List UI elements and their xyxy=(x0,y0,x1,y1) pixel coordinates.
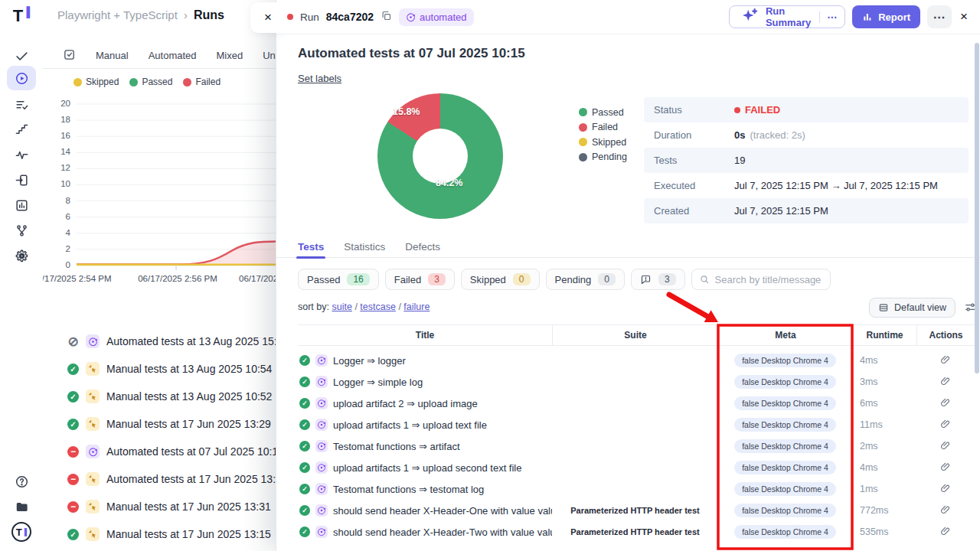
sort-by-testcase[interactable]: testcase xyxy=(360,302,396,312)
table-row[interactable]: should send header X-Header-Two with val… xyxy=(298,521,975,543)
sidebar-item-settings[interactable] xyxy=(0,243,43,269)
test-title[interactable]: upload artifacts 1 ⇒ upload second text … xyxy=(333,462,522,474)
test-title[interactable]: should send header X-Header-One with val… xyxy=(333,505,552,517)
app-logo[interactable]: T▐ xyxy=(0,6,43,26)
sidebar-item-import[interactable] xyxy=(0,167,43,193)
search-box[interactable] xyxy=(691,269,831,290)
passed-percentage: 84.2% xyxy=(436,178,462,188)
filter-passed[interactable]: Passed16 xyxy=(298,269,379,290)
filter-comments[interactable]: 3 xyxy=(631,269,685,290)
table-row[interactable]: Logger ⇒ simple log false Desktop Chrome… xyxy=(298,371,975,393)
run-list-item[interactable]: Manual tests at 17 Jun 2025 13:15 from xyxy=(43,520,288,548)
column-meta[interactable]: Meta xyxy=(718,325,852,345)
column-suite[interactable]: Suite xyxy=(552,325,718,345)
run-summary-button[interactable]: Run Summary ⋯ xyxy=(729,5,845,28)
test-title[interactable]: Testomat functions ⇒ testomat log xyxy=(333,484,484,495)
select-runs-icon[interactable] xyxy=(63,48,76,64)
link-icon[interactable] xyxy=(940,463,951,474)
run-summary-more[interactable]: ⋯ xyxy=(819,11,844,23)
sidebar-item-help[interactable] xyxy=(0,468,43,494)
copy-icon[interactable] xyxy=(381,10,392,24)
more-actions-button[interactable]: ⋯ xyxy=(927,5,952,28)
link-icon[interactable] xyxy=(940,356,951,367)
run-title[interactable]: Manual tests at 13 Aug 2025 10:52 xyxy=(106,390,272,403)
link-icon[interactable] xyxy=(940,399,951,410)
tab-manual[interactable]: Manual xyxy=(96,50,129,61)
suite-name: Parameterized HTTP header test xyxy=(552,506,718,515)
manual-run-icon xyxy=(86,527,100,541)
close-drawer-button[interactable]: × xyxy=(959,9,969,24)
table-row[interactable]: upload artifact 2 ⇒ upload image false D… xyxy=(298,393,975,414)
search-input[interactable] xyxy=(715,274,823,285)
sidebar-item-runs[interactable] xyxy=(7,66,36,90)
run-title[interactable]: Manual tests at 17 Jun 2025 13:15 xyxy=(106,528,271,540)
column-title[interactable]: Title xyxy=(298,325,552,345)
sidebar-item-testcases[interactable] xyxy=(0,92,43,118)
run-list-item[interactable]: Automated tests at 13 Aug 2025 15:53 xyxy=(43,328,288,355)
run-list-item[interactable]: Automated tests at 07 Jul 2025 10:15 xyxy=(43,438,288,465)
user-avatar[interactable]: T▐ xyxy=(0,519,43,545)
skipped-count: 0 xyxy=(513,273,531,285)
sidebar-item-branches[interactable] xyxy=(0,217,43,243)
run-list-item[interactable]: Manual tests at 13 Aug 2025 10:54 2 xyxy=(43,355,288,383)
run-title[interactable]: Automated tests at 13 Aug 2025 15:53 xyxy=(106,335,289,347)
legend-passed: Passed xyxy=(592,107,624,118)
filter-skipped[interactable]: Skipped0 xyxy=(461,269,540,290)
link-icon[interactable] xyxy=(940,377,951,389)
sidebar-item-checks[interactable] xyxy=(0,43,43,69)
table-row[interactable]: upload artifacts 1 ⇒ upload text file fa… xyxy=(298,414,975,435)
sidebar-item-milestones[interactable] xyxy=(0,116,43,142)
set-labels-link[interactable]: Set labels xyxy=(298,73,341,84)
close-icon[interactable]: × xyxy=(264,10,272,25)
sidebar-item-docs[interactable] xyxy=(0,494,43,520)
failed-percentage: 15.8% xyxy=(393,106,420,117)
table-row[interactable]: should send header X-Header-One with val… xyxy=(298,500,975,521)
tab-statistics[interactable]: Statistics xyxy=(344,241,385,253)
sort-by-suite[interactable]: suite xyxy=(332,302,351,312)
breadcrumb-project[interactable]: Playwright + TypeScript xyxy=(57,8,178,21)
column-runtime[interactable]: Runtime xyxy=(852,325,916,345)
run-title[interactable]: Automated tests at 17 Jun 2025 13:30 xyxy=(106,473,288,485)
report-button[interactable]: Report xyxy=(852,5,920,28)
tab-defects[interactable]: Defects xyxy=(405,241,440,253)
test-title[interactable]: Testomat functions ⇒ artifact xyxy=(333,441,460,452)
filter-pending[interactable]: Pending0 xyxy=(546,269,625,290)
filter-failed[interactable]: Failed3 xyxy=(385,269,455,290)
run-list-item[interactable]: Manual tests at 13 Aug 2025 10:52 from xyxy=(43,383,288,410)
meta-tag: false Desktop Chrome 4 xyxy=(734,504,836,517)
sidebar-item-activity[interactable] xyxy=(0,142,43,168)
test-title[interactable]: upload artifacts 1 ⇒ upload text file xyxy=(333,419,487,431)
status-badge: FAILED xyxy=(734,104,780,116)
tab-automated[interactable]: Automated xyxy=(149,50,197,61)
vertical-scrollbar[interactable] xyxy=(975,43,979,373)
test-title[interactable]: Logger ⇒ logger xyxy=(333,355,406,367)
run-list-item[interactable]: Manual tests at 17 Jun 2025 13:31 from xyxy=(43,493,288,520)
tab-mixed[interactable]: Mixed xyxy=(217,50,243,61)
table-row[interactable]: Testomat functions ⇒ testomat log false … xyxy=(298,478,975,500)
link-icon[interactable] xyxy=(940,506,951,517)
table-row[interactable]: Testomat functions ⇒ artifact false Desk… xyxy=(298,435,975,457)
run-title[interactable]: Automated tests at 07 Jul 2025 10:15 xyxy=(106,445,284,458)
column-actions[interactable]: Actions xyxy=(916,325,975,345)
manual-run-icon xyxy=(86,390,100,403)
run-list-item[interactable]: Manual tests at 17 Jun 2025 13:29 from xyxy=(43,410,288,438)
sort-by-failure[interactable]: failure xyxy=(403,302,430,312)
table-row[interactable]: Logger ⇒ logger false Desktop Chrome 4 4… xyxy=(298,350,975,371)
test-title[interactable]: upload artifact 2 ⇒ upload image xyxy=(333,398,478,409)
run-title[interactable]: Manual tests at 17 Jun 2025 13:31 xyxy=(106,500,271,513)
passed-icon xyxy=(299,355,310,366)
run-title: Automated tests at 07 Jul 2025 10:15 xyxy=(298,46,525,61)
run-list-item[interactable]: Automated tests at 17 Jun 2025 13:30 xyxy=(43,465,288,493)
run-title[interactable]: Manual tests at 17 Jun 2025 13:29 xyxy=(106,418,271,430)
test-title[interactable]: should send header X-Header-Two with val… xyxy=(333,527,552,538)
tab-tests[interactable]: Tests xyxy=(298,241,324,253)
link-icon[interactable] xyxy=(940,527,951,539)
test-title[interactable]: Logger ⇒ simple log xyxy=(333,377,423,388)
table-row[interactable]: upload artifacts 1 ⇒ upload second text … xyxy=(298,457,975,478)
default-view-button[interactable]: Default view xyxy=(869,298,956,318)
link-icon[interactable] xyxy=(940,420,951,432)
run-title[interactable]: Manual tests at 13 Aug 2025 10:54 xyxy=(106,363,272,375)
sidebar-item-analytics[interactable] xyxy=(0,192,43,218)
link-icon[interactable] xyxy=(940,442,951,453)
link-icon[interactable] xyxy=(940,484,951,496)
